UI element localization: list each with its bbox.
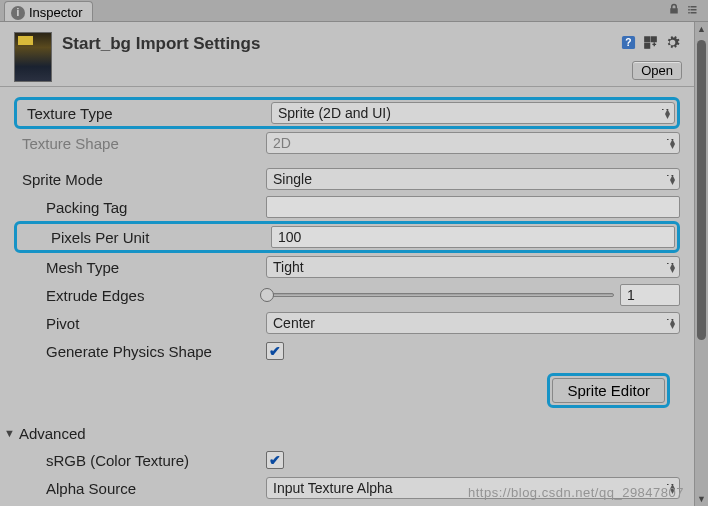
slider-thumb[interactable] [260,288,274,302]
texture-shape-row: Texture Shape 2D ▴▾ [14,129,680,157]
inspector-content: Start_bg Import Settings ? Open Texture … [0,22,694,506]
packing-tag-label: Packing Tag [14,199,266,216]
asset-header: Start_bg Import Settings ? Open [0,22,694,87]
extrude-edges-label: Extrude Edges [14,287,266,304]
help-icon[interactable]: ? [620,34,636,50]
vertical-scrollbar[interactable]: ▲ ▼ [694,22,708,506]
pivot-dropdown[interactable]: Center ▴▾ [266,312,680,334]
tab-bar: i Inspector [0,0,708,22]
inspector-tab[interactable]: i Inspector [4,1,93,21]
extrude-edges-row: Extrude Edges 1 [14,281,680,309]
settings-icon[interactable] [664,34,680,50]
advanced-foldout[interactable]: ▼ Advanced [4,420,680,446]
generate-physics-shape-checkbox[interactable] [266,342,284,360]
asset-thumbnail [14,32,52,82]
sprite-mode-row: Sprite Mode Single ▴▾ [14,165,680,193]
tab-right-controls [668,0,708,21]
dropdown-arrows-icon: ▴▾ [670,262,674,272]
pixels-per-unit-input[interactable]: 100 [271,226,675,248]
pivot-row: Pivot Center ▴▾ [14,309,680,337]
srgb-label: sRGB (Color Texture) [14,452,266,469]
alpha-source-row: Alpha Source Input Texture Alpha ▴▾ [14,474,680,502]
preset-icon[interactable] [642,34,658,50]
generate-physics-shape-label: Generate Physics Shape [14,343,266,360]
scrollbar-thumb[interactable] [697,40,706,340]
open-button[interactable]: Open [632,61,682,80]
srgb-checkbox[interactable] [266,451,284,469]
pivot-label: Pivot [14,315,266,332]
panel-menu-icon[interactable] [686,1,698,19]
pixels-per-unit-label: Pixels Per Unit [19,229,271,246]
generate-physics-shape-row: Generate Physics Shape [14,337,680,365]
packing-tag-input[interactable] [266,196,680,218]
header-icon-row: ? [620,34,680,50]
lock-icon[interactable] [668,1,680,19]
dropdown-arrows-icon: ▴▾ [670,138,674,148]
sprite-editor-highlight: Sprite Editor [547,373,670,408]
foldout-arrow-icon: ▼ [4,427,15,439]
import-settings-form: Texture Type Sprite (2D and UI) ▴▾ Textu… [0,87,694,506]
sprite-editor-row: Sprite Editor [14,365,680,420]
sprite-mode-dropdown[interactable]: Single ▴▾ [266,168,680,190]
texture-type-row: Texture Type Sprite (2D and UI) ▴▾ [14,97,680,129]
extrude-edges-slider[interactable] [266,293,614,297]
texture-type-dropdown[interactable]: Sprite (2D and UI) ▴▾ [271,102,675,124]
pixels-per-unit-row: Pixels Per Unit 100 [14,221,680,253]
advanced-label: Advanced [19,425,86,442]
dropdown-arrows-icon: ▴▾ [670,483,674,493]
texture-shape-label: Texture Shape [14,135,266,152]
packing-tag-row: Packing Tag [14,193,680,221]
dropdown-arrows-icon: ▴▾ [670,174,674,184]
mesh-type-row: Mesh Type Tight ▴▾ [14,253,680,281]
dropdown-arrows-icon: ▴▾ [670,318,674,328]
alpha-source-dropdown[interactable]: Input Texture Alpha ▴▾ [266,477,680,499]
texture-type-label: Texture Type [19,105,271,122]
alpha-is-transparency-row: Alpha Is Transparency [14,502,680,506]
sprite-editor-button[interactable]: Sprite Editor [552,378,665,403]
sprite-mode-label: Sprite Mode [14,171,266,188]
dropdown-arrows-icon: ▴▾ [665,108,669,118]
srgb-row: sRGB (Color Texture) [14,446,680,474]
svg-text:?: ? [625,37,631,48]
scrollbar-down-icon[interactable]: ▼ [695,492,708,506]
tab-title: Inspector [29,5,82,20]
info-icon: i [11,6,25,20]
asset-title: Start_bg Import Settings [62,32,260,82]
mesh-type-dropdown[interactable]: Tight ▴▾ [266,256,680,278]
alpha-source-label: Alpha Source [14,480,266,497]
scrollbar-up-icon[interactable]: ▲ [695,22,708,36]
extrude-edges-value[interactable]: 1 [620,284,680,306]
mesh-type-label: Mesh Type [14,259,266,276]
texture-shape-dropdown: 2D ▴▾ [266,132,680,154]
